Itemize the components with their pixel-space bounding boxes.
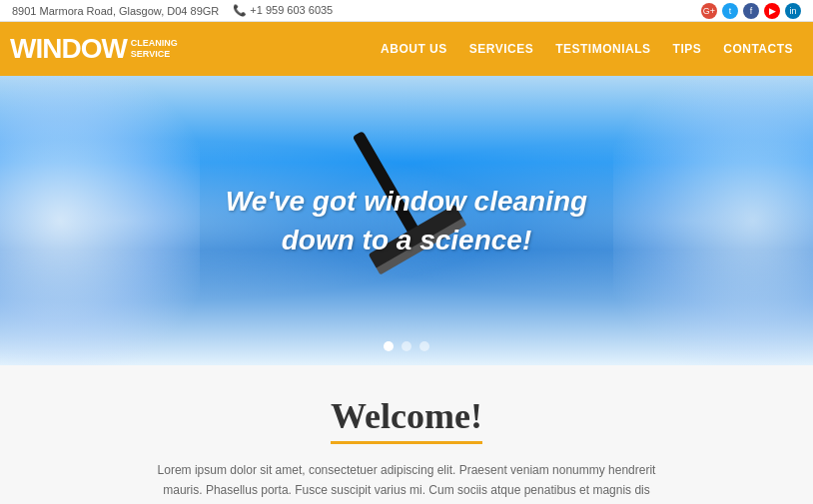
welcome-title: Welcome! [20,395,793,444]
address: 8901 Marmora Road, Glasgow, D04 89GR [12,5,219,17]
hero-line1: We've got window cleaning [0,182,813,221]
welcome-text: Lorem ipsum dolor sit amet, consectetuer… [147,460,666,504]
welcome-section: Welcome! Lorem ipsum dolor sit amet, con… [0,365,813,504]
nav-contacts[interactable]: CONTACTS [723,42,793,56]
hero-section: We've got window cleaning down to a scie… [0,76,813,365]
slider-dot-3[interactable] [419,341,429,351]
slider-dots [384,341,429,351]
main-nav: ABOUT US SERVICES TESTIMONIALS TIPS CONT… [381,42,793,56]
nav-about-us[interactable]: ABOUT US [381,42,447,56]
top-bar: 8901 Marmora Road, Glasgow, D04 89GR 📞 +… [0,0,813,22]
nav-services[interactable]: SERVICES [469,42,533,56]
slider-dot-2[interactable] [402,341,411,351]
nav-tips[interactable]: TIPS [673,42,702,56]
phone-number: 📞 +1 959 603 6035 [233,4,333,17]
facebook-icon[interactable]: f [743,3,759,19]
nav-testimonials[interactable]: TESTIMONIALS [555,42,650,56]
google-plus-icon[interactable]: G+ [701,3,717,19]
hero-text: We've got window cleaning down to a scie… [0,182,813,259]
logo-sub: CLEANING SERVICE [131,38,178,60]
top-bar-left: 8901 Marmora Road, Glasgow, D04 89GR 📞 +… [12,4,333,17]
social-icons: G+ t f ▶ in [701,3,801,19]
youtube-icon[interactable]: ▶ [764,3,780,19]
linkedin-icon[interactable]: in [785,3,801,19]
header: WINDOW CLEANING SERVICE ABOUT US SERVICE… [0,22,813,76]
logo[interactable]: WINDOW CLEANING SERVICE [10,33,178,65]
hero-line2: down to a science! [0,221,813,259]
phone-icon: 📞 [233,4,247,16]
slider-dot-1[interactable] [384,341,394,351]
logo-main: WINDOW [10,33,127,65]
twitter-icon[interactable]: t [722,3,738,19]
